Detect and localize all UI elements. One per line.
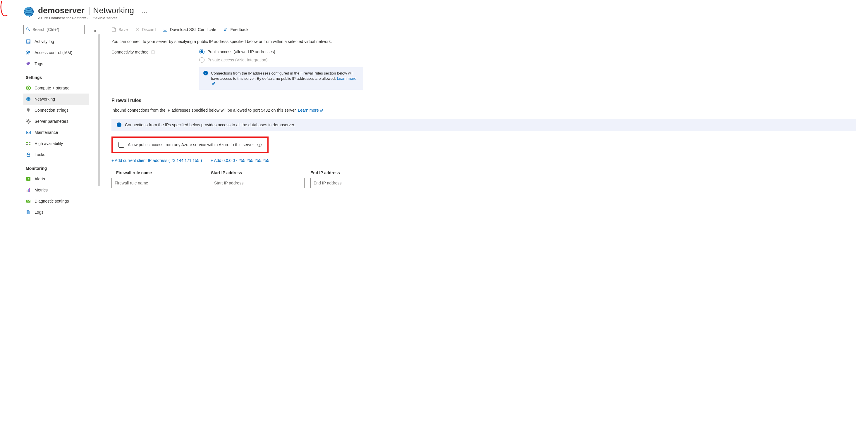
firewall-rules-description: Inbound connections from the IP addresse… (112, 108, 856, 112)
firewall-rule-name-input[interactable] (112, 178, 205, 188)
radio-public-access[interactable]: Public access (allowed IP addresses) (199, 49, 275, 55)
svg-line-24 (27, 119, 27, 120)
resource-icon (23, 6, 34, 17)
add-client-ip-link[interactable]: + Add current client IP address ( 73.144… (112, 158, 202, 163)
plug-icon (26, 108, 31, 113)
learn-more-link[interactable]: Learn more (298, 108, 323, 112)
tag-icon (26, 61, 31, 66)
sidebar-item-label: Metrics (34, 187, 48, 192)
sidebar-group-settings: Settings (23, 74, 85, 81)
firewall-start-ip-input[interactable] (211, 178, 305, 188)
svg-rect-16 (27, 108, 30, 111)
svg-point-9 (29, 52, 30, 53)
command-bar: Save Discard Download SSL Certificate (112, 25, 856, 35)
alert-icon: ! (26, 176, 31, 181)
svg-point-19 (28, 121, 29, 122)
sidebar-item-high-availability[interactable]: High availability (23, 138, 89, 149)
svg-line-26 (30, 119, 30, 120)
external-link-icon (320, 108, 323, 111)
sidebar-item-maintenance[interactable]: Maintenance (23, 127, 89, 138)
add-all-ips-link[interactable]: + Add 0.0.0.0 - 255.255.255.255 (211, 158, 269, 163)
sidebar-item-label: Locks (34, 152, 45, 157)
svg-point-10 (29, 63, 30, 63)
info-icon[interactable] (151, 50, 155, 54)
info-icon[interactable] (257, 143, 261, 147)
save-icon (112, 27, 116, 32)
svg-rect-39 (28, 189, 29, 192)
firewall-end-ip-input[interactable] (310, 178, 404, 188)
connectivity-info-banner: i Connections from the IP addresses conf… (199, 67, 363, 90)
connectivity-method-label: Connectivity method (112, 49, 188, 55)
sidebar-item-compute-storage[interactable]: Compute + storage (23, 82, 89, 94)
svg-point-8 (27, 51, 28, 53)
svg-line-27 (27, 123, 27, 123)
compute-icon (26, 86, 31, 91)
feedback-button[interactable]: Feedback (223, 27, 248, 32)
sidebar-search[interactable] (23, 25, 85, 34)
maintenance-icon (26, 130, 31, 135)
resource-name: demoserver (38, 6, 85, 15)
more-actions-button[interactable]: … (142, 7, 148, 14)
intro-text: You can connect to your server by specif… (112, 39, 856, 44)
sidebar-item-alerts[interactable]: !Alerts (23, 173, 89, 184)
sidebar-item-activity-log[interactable]: Activity log (23, 36, 89, 47)
svg-point-29 (27, 132, 28, 133)
save-button[interactable]: Save (112, 27, 128, 32)
checkbox-icon (119, 142, 124, 148)
sidebar-item-label: Tags (34, 61, 43, 66)
collapse-sidebar-button[interactable]: « (94, 28, 96, 33)
svg-rect-33 (26, 144, 28, 145)
svg-point-2 (27, 28, 29, 30)
sidebar-item-locks[interactable]: Locks (23, 149, 89, 160)
sidebar-item-diagnostic-settings[interactable]: Diagnostic settings (23, 196, 89, 207)
svg-rect-7 (27, 42, 29, 43)
sidebar-item-label: Diagnostic settings (34, 199, 69, 203)
globe-icon (26, 97, 31, 102)
svg-line-3 (29, 30, 30, 31)
svg-rect-46 (113, 28, 114, 29)
sidebar-item-access-control[interactable]: Access control (IAM) (23, 47, 89, 58)
firewall-rules-heading: Firewall rules (112, 98, 856, 103)
diag-icon (26, 199, 31, 204)
sidebar-item-metrics[interactable]: Metrics (23, 184, 89, 196)
sidebar-item-server-parameters[interactable]: Server parameters (23, 116, 89, 127)
download-ssl-button[interactable]: Download SSL Certificate (163, 27, 216, 32)
svg-rect-28 (26, 131, 30, 134)
svg-rect-38 (27, 190, 28, 192)
column-start-ip: Start IP address (211, 170, 305, 175)
firewall-rule-columns: Firewall rule name Start IP address End … (112, 170, 856, 178)
metrics-icon (26, 187, 31, 193)
svg-line-25 (30, 123, 30, 123)
people-icon (26, 50, 31, 55)
logs-icon (26, 210, 31, 215)
svg-rect-31 (26, 142, 28, 143)
title-separator: | (88, 6, 90, 15)
column-end-ip: End IP address (310, 170, 404, 175)
sidebar-group-monitoring: Monitoring (23, 165, 85, 172)
svg-point-30 (29, 132, 30, 133)
sidebar-item-label: Server parameters (34, 119, 68, 124)
sidebar-item-networking[interactable]: Networking (23, 94, 89, 105)
discard-button[interactable]: Discard (135, 27, 156, 32)
log-icon (26, 39, 31, 44)
svg-rect-40 (29, 188, 30, 192)
allow-azure-services-checkbox[interactable]: Allow public access from any Azure servi… (119, 142, 261, 148)
sidebar-item-tags[interactable]: Tags (23, 58, 89, 69)
sidebar-search-input[interactable] (32, 27, 84, 32)
external-link-icon (212, 81, 215, 84)
sidebar-item-logs[interactable]: Logs (23, 207, 89, 218)
download-icon (163, 27, 167, 32)
sidebar-item-label: Logs (34, 210, 43, 214)
resource-type-subtitle: Azure Database for PostgreSQL flexible s… (38, 16, 148, 20)
svg-text:!: ! (28, 177, 29, 181)
info-icon: i (203, 71, 208, 75)
content-pane: Save Discard Download SSL Certificate (101, 25, 868, 218)
column-rule-name: Firewall rule name (112, 170, 205, 175)
annotation-mark (0, 0, 13, 18)
highlighted-allow-azure-box: Allow public access from any Azure servi… (112, 137, 269, 153)
svg-rect-34 (29, 144, 30, 145)
sidebar-scrollbar[interactable] (98, 34, 100, 186)
sidebar-item-connection-strings[interactable]: Connection strings (23, 105, 89, 116)
page-header: demoserver | Networking … Azure Database… (0, 0, 868, 25)
sidebar-item-label: Access control (IAM) (34, 50, 72, 55)
